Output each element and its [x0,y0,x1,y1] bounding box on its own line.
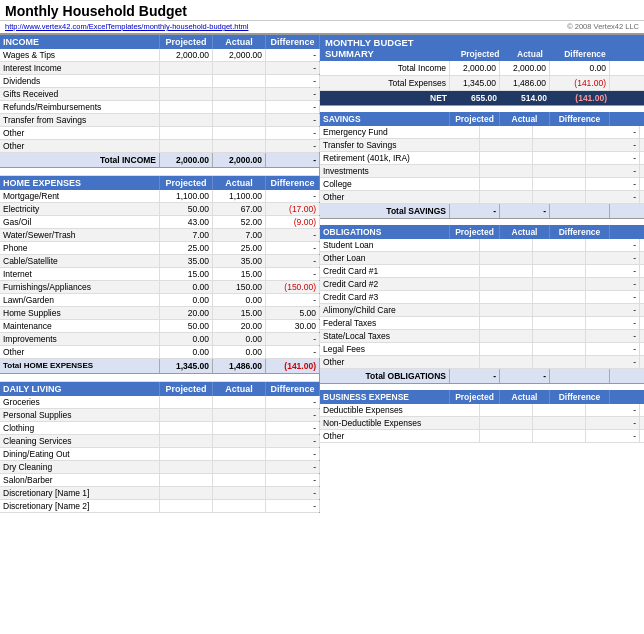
summary-cell-projected: 2,000.00 [450,61,500,75]
table-row: Discretionary [Name 2]- [0,500,319,513]
daily-rows: Groceries-Personal Supplies-Clothing-Cle… [0,396,319,513]
row-label: Water/Sewer/Trash [0,229,160,241]
row-actual [533,252,586,264]
table-row: Internet15.0015.00- [0,268,319,281]
row-label: Maintenance [0,320,160,332]
table-row: Mortgage/Rent1,100.001,100.00- [0,190,319,203]
row-actual [533,165,586,177]
row-projected [480,317,533,329]
table-row: Discretionary [Name 1]- [0,487,319,500]
row-difference: - [266,49,320,61]
main-grid: INCOME Projected Actual Difference Wages… [0,35,644,513]
row-difference: - [586,317,640,329]
row-label: Clothing [0,422,160,434]
row-projected [480,330,533,342]
left-column: INCOME Projected Actual Difference Wages… [0,35,320,513]
home-total-actual: 1,486.00 [213,359,266,373]
table-row: Wages & Tips2,000.002,000.00- [0,49,319,62]
row-label: Other [320,191,480,203]
row-actual [213,62,266,74]
row-projected [160,500,213,512]
row-difference: - [266,422,320,434]
row-difference: - [266,448,320,460]
row-projected [480,139,533,151]
row-difference: - [586,304,640,316]
table-row: Alimony/Child Care- [320,304,644,317]
row-difference: - [266,190,320,202]
row-difference: (17.00) [266,203,320,215]
row-actual [213,435,266,447]
row-label: Non-Deductible Expenses [320,417,480,429]
row-projected [480,152,533,164]
row-projected [160,448,213,460]
row-label: Discretionary [Name 2] [0,500,160,512]
row-actual [213,127,266,139]
row-projected: 20.00 [160,307,213,319]
row-actual [213,461,266,473]
row-projected: 0.00 [160,294,213,306]
row-difference: - [266,487,320,499]
summary-cell-label: Total Expenses [320,76,450,90]
table-row: Legal Fees- [320,343,644,356]
row-actual [533,304,586,316]
home-actual-header: Actual [213,176,266,190]
table-row: Cleaning Services- [0,435,319,448]
row-label: Other [320,356,480,368]
daily-actual-header: Actual [213,382,266,396]
net-label: NET [320,91,450,105]
income-actual-header: Actual [213,35,266,49]
row-label: Gas/Oil [0,216,160,228]
summary-cell-difference: (141.00) [550,76,610,90]
row-difference: - [586,165,640,177]
row-projected: 1,100.00 [160,190,213,202]
spacer-1 [0,168,319,176]
table-row: Furnishings/Appliances0.00150.00(150.00) [0,281,319,294]
table-row: Student Loan- [320,239,644,252]
table-row: Home Supplies20.0015.005.00 [0,307,319,320]
row-actual [213,75,266,87]
spreadsheet: Monthly Household Budget http://www.vert… [0,0,644,513]
table-row: Other Loan- [320,252,644,265]
row-actual [213,409,266,421]
row-projected [160,422,213,434]
obligations-actual-header: Actual [500,225,550,239]
table-row: Personal Supplies- [0,409,319,422]
row-difference: - [266,333,320,345]
row-actual: 52.00 [213,216,266,228]
row-difference: - [586,139,640,151]
row-label: Credit Card #3 [320,291,480,303]
row-label: Other [0,140,160,152]
row-projected: 50.00 [160,203,213,215]
table-row: Phone25.0025.00- [0,242,319,255]
row-projected: 35.00 [160,255,213,267]
row-label: Cleaning Services [0,435,160,447]
row-projected: 25.00 [160,242,213,254]
table-row: Credit Card #3- [320,291,644,304]
row-actual [533,330,586,342]
obligations-total-row: Total OBLIGATIONS - - [320,369,644,384]
row-actual [213,448,266,460]
row-label: Home Supplies [0,307,160,319]
row-actual: 1,100.00 [213,190,266,202]
savings-difference-header: Difference [550,112,610,126]
row-projected [160,114,213,126]
row-projected [160,101,213,113]
home-total-row: Total HOME EXPENSES 1,345.00 1,486.00 (1… [0,359,319,374]
summary-cell-actual: 1,486.00 [500,76,550,90]
income-rows: Wages & Tips2,000.002,000.00-Interest In… [0,49,319,153]
table-row: Transfer to Savings- [320,139,644,152]
row-label: Mortgage/Rent [0,190,160,202]
obligations-total-actual: - [500,369,550,383]
row-actual: 20.00 [213,320,266,332]
row-actual [533,291,586,303]
table-row: Other- [320,191,644,204]
row-difference: - [266,242,320,254]
home-difference-header: Difference [266,176,320,190]
home-total-projected: 1,345.00 [160,359,213,373]
url-link[interactable]: http://www.vertex42.com/ExcelTemplates/m… [5,22,248,31]
income-total-actual: 2,000.00 [213,153,266,167]
row-difference: - [266,474,320,486]
row-actual [533,317,586,329]
home-total-label: Total HOME EXPENSES [0,359,160,373]
row-projected [480,126,533,138]
